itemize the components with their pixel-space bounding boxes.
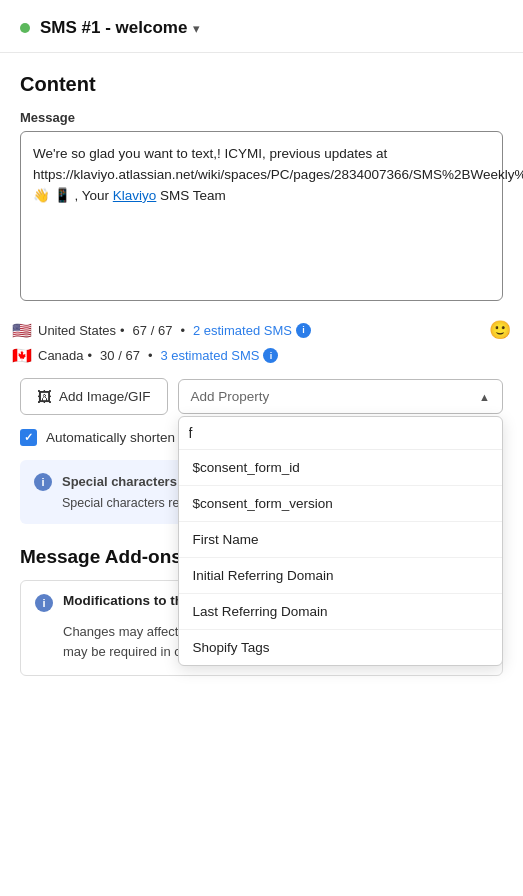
page-title: SMS #1 - welcome <box>40 18 187 38</box>
message-box[interactable]: We're so glad you want to text,! ICYMI, … <box>20 131 503 301</box>
content-title: Content <box>20 73 503 96</box>
special-chars-icon: i <box>34 473 52 491</box>
status-indicator <box>20 23 30 33</box>
ca-info-icon[interactable]: i <box>263 348 278 363</box>
dropdown-item-consent-form-id[interactable]: $consent_form_id <box>179 450 502 486</box>
content-section: Content Message We're so glad you want t… <box>0 53 523 301</box>
ca-counter-row: 🇨🇦 Canada • 30 / 67 • 3 estimated SMS i <box>12 346 511 365</box>
us-count: 67 / 67 <box>133 323 173 338</box>
add-image-label: Add Image/GIF <box>59 389 151 404</box>
ca-flag: 🇨🇦 <box>12 346 32 365</box>
klaviyo-link[interactable]: Klaviyo <box>113 188 157 203</box>
message-label: Message <box>20 110 503 125</box>
smiley-icon[interactable]: 🙂 <box>489 319 511 341</box>
ca-estimated: 3 estimated SMS <box>160 348 259 363</box>
bullet3: • <box>88 348 93 363</box>
dropdown-item-shopify-tags[interactable]: Shopify Tags <box>179 630 502 665</box>
message-text: We're so glad you want to text,! ICYMI, … <box>33 144 490 207</box>
bullet2: • <box>180 323 185 338</box>
mod-info-icon: i <box>35 594 53 612</box>
add-image-button[interactable]: 🖼 Add Image/GIF <box>20 378 168 415</box>
add-property-button[interactable]: Add Property ▲ <box>178 379 503 414</box>
add-property-label: Add Property <box>191 389 270 404</box>
us-country: United States <box>38 323 116 338</box>
chevron-down-icon[interactable]: ▾ <box>193 21 200 36</box>
add-property-container: Add Property ▲ $consent_form_id $consent… <box>178 379 503 414</box>
dropdown-item-last-referring-domain[interactable]: Last Referring Domain <box>179 594 502 630</box>
dropdown-search-container <box>179 417 502 450</box>
chevron-up-icon: ▲ <box>479 391 490 403</box>
image-icon: 🖼 <box>37 388 52 405</box>
ca-count: 30 / 67 <box>100 348 140 363</box>
us-estimated: 2 estimated SMS <box>193 323 292 338</box>
toolbar-row: 🖼 Add Image/GIF Add Property ▲ $consent_… <box>20 378 503 415</box>
sms-counters: 🇺🇸 United States • 67 / 67 • 2 estimated… <box>0 311 523 378</box>
us-flag: 🇺🇸 <box>12 321 32 340</box>
header: SMS #1 - welcome ▾ <box>0 0 523 53</box>
dropdown-item-initial-referring-domain[interactable]: Initial Referring Domain <box>179 558 502 594</box>
bullet: • <box>120 323 125 338</box>
dropdown-item-consent-form-version[interactable]: $consent_form_version <box>179 486 502 522</box>
us-info-icon[interactable]: i <box>296 323 311 338</box>
add-property-dropdown: $consent_form_id $consent_form_version F… <box>178 416 503 666</box>
ca-country: Canada <box>38 348 84 363</box>
bullet4: • <box>148 348 153 363</box>
auto-shorten-checkbox[interactable] <box>20 429 37 446</box>
dropdown-search-input[interactable] <box>189 425 492 441</box>
us-counter-row: 🇺🇸 United States • 67 / 67 • 2 estimated… <box>12 319 511 341</box>
dropdown-item-first-name[interactable]: First Name <box>179 522 502 558</box>
